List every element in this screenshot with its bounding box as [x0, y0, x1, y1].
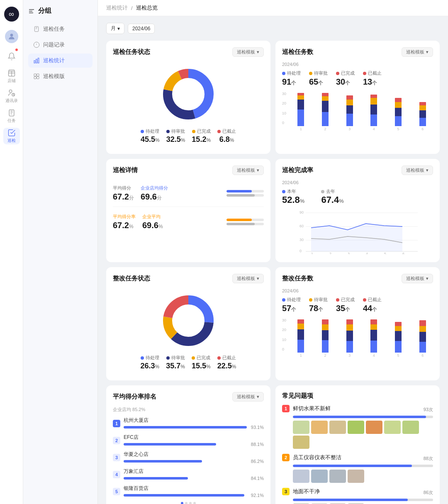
- ranking-action[interactable]: 巡检模板 ▾: [232, 392, 264, 402]
- date-filter[interactable]: 2024/06: [128, 24, 155, 34]
- sidebar-item-xunjian-tongji[interactable]: 巡检统计: [28, 54, 93, 68]
- issue-2-images: [293, 470, 433, 483]
- task-status-action[interactable]: 巡检模板 ▾: [232, 47, 264, 57]
- ranking-card: 平均得分率排名 巡检模板 ▾ 企业店均 85.2% 1 杭州大厦店: [106, 385, 270, 504]
- r-bar-group-4: 4: [363, 319, 385, 358]
- row3: 整改任务状态 巡检模板 ▾: [106, 267, 440, 380]
- period-label: 月: [111, 25, 116, 32]
- r-bar-group-5: 5: [388, 319, 409, 358]
- task-label: 任务: [7, 118, 16, 124]
- issue-1: 1 鲜切水果不新鲜 93次: [282, 405, 433, 449]
- legend-daichuli: 待处理 45.5%: [141, 128, 160, 144]
- xunjian-nav[interactable]: 巡检: [3, 128, 20, 144]
- issue-content-2: 员工仪容仪表不整洁 88次: [293, 454, 433, 483]
- avg-rate-metric: 平均得分率 67.2%: [113, 214, 136, 230]
- xunjian-label: 巡检: [7, 138, 16, 144]
- svg-rect-14: [37, 74, 39, 76]
- sidebar-item-wenti-jilu[interactable]: 问题记录: [28, 38, 93, 52]
- main-area: 巡检统计 / 巡检总览 月 ▾ 2024/06 巡检任务状态 巡检模板 ▾: [98, 0, 448, 504]
- line-chart: 90 60 30 0 1 2 3 4 5: [282, 209, 433, 256]
- issues-card: 常见问题项 1 鲜切水果不新鲜 93次: [275, 385, 440, 504]
- bar-groups: 1 2: [290, 98, 433, 131]
- issue-2: 2 员工仪容仪表不整洁 88次: [282, 454, 433, 483]
- completion-action[interactable]: 巡检模板 ▾: [402, 166, 433, 175]
- rank-item-3: 3 华夏之心店 86.2%: [113, 451, 264, 464]
- stat-daishenpi: 待审批 65个: [309, 70, 328, 87]
- svg-rect-4: [9, 110, 14, 116]
- dot-4: [193, 502, 196, 504]
- r-legend-yiwancheng: 已完成 15.5%: [192, 355, 211, 370]
- r-stat-yijiezhi: 已截止 44个: [363, 297, 382, 313]
- task-nav[interactable]: 任务: [3, 108, 20, 124]
- svg-text:0: 0: [299, 249, 302, 253]
- rectify-count-title: 整改任务数: [282, 275, 313, 282]
- rank-num-5: 5: [113, 488, 120, 495]
- contacts-nav[interactable]: 通讯录: [3, 88, 20, 105]
- svg-rect-10: [34, 61, 35, 63]
- filter-bar: 月 ▾ 2024/06: [106, 23, 440, 34]
- issue-3: 3 地面不干净 86次: [282, 488, 433, 504]
- dot-3: [189, 502, 192, 504]
- app-logo: ∞: [4, 7, 19, 22]
- r-stat-yiwancheng: 已完成 35个: [336, 297, 355, 313]
- bar-group-5: 5: [388, 93, 409, 131]
- breadcrumb-sep: /: [131, 5, 133, 11]
- svg-text:2: 2: [329, 252, 331, 254]
- detail-card: 巡检详情 巡检模板 ▾ 平均得分 67.2分 企业店均得分 69.6分: [106, 159, 270, 262]
- notification-icon[interactable]: [3, 48, 20, 65]
- breadcrumb: 巡检统计 / 巡检总览: [98, 0, 448, 16]
- legend-daishenpi: 待审批 32.5%: [166, 128, 185, 144]
- user-avatar[interactable]: [3, 28, 20, 45]
- svg-text:90: 90: [299, 210, 304, 214]
- breadcrumb-parent: 巡检统计: [106, 4, 128, 12]
- rectify-count-action[interactable]: 巡检模板 ▾: [402, 274, 433, 283]
- issues-title: 常见问题项: [282, 392, 313, 400]
- sidebar-item-xunjian-task[interactable]: 巡检任务: [28, 22, 93, 36]
- svg-point-2: [9, 90, 12, 93]
- ent-avg-metric: 企业平均 69.6%: [142, 214, 163, 230]
- task-count-header: 巡检任务数 巡检模板 ▾: [282, 47, 433, 57]
- issue-1-images: [293, 421, 433, 449]
- svg-text:5: 5: [384, 252, 386, 254]
- task-count-action[interactable]: 巡检模板 ▾: [402, 47, 433, 57]
- rectify-donut-legend: 待处理 26.3% 待审批 35.7% 已完成 15.5% 已截止: [141, 355, 236, 370]
- rectify-count-header: 整改任务数 巡检模板 ▾: [282, 274, 433, 283]
- rectify-status-action[interactable]: 巡检模板 ▾: [232, 274, 264, 283]
- task-count-stats: 待处理 91个 待审批 65个 已完成 30个 已截止 13个: [282, 70, 433, 87]
- date-value: 2024/06: [132, 26, 150, 32]
- svg-marker-36: [311, 224, 402, 251]
- rank-bar-5: 银隆百货店 92.1%: [124, 485, 264, 498]
- ranking-title: 平均得分率排名: [113, 393, 156, 401]
- r-legend-yijiezhi: 已截止 22.5%: [217, 355, 236, 370]
- rank-bar-1: 杭州大厦店 93.1%: [124, 417, 264, 430]
- notification-badge: [15, 48, 18, 51]
- svg-point-21: [174, 80, 203, 109]
- detail-action[interactable]: 巡检模板 ▾: [232, 166, 264, 175]
- stat-daichuli: 待处理 91个: [282, 70, 301, 87]
- issues-header: 常见问题项: [282, 392, 433, 400]
- completion-card: 巡检完成率 巡检模板 ▾ 2024/06 本年 52.8%: [275, 159, 440, 262]
- contacts-label: 通讯录: [5, 98, 18, 104]
- rectify-count-date: 2024/06: [282, 288, 433, 293]
- bar-group-2: 2: [315, 93, 336, 131]
- dot-2: [185, 502, 187, 504]
- rank-num-2: 2: [113, 437, 120, 444]
- rank-bar-4: 万象汇店 84.1%: [124, 468, 264, 481]
- ent-score-metric: 企业店均得分 69.6分: [141, 185, 168, 202]
- store-label: 店铺: [7, 78, 16, 84]
- svg-rect-8: [34, 27, 38, 32]
- rank-item-2: 2 EFC店 88.1%: [113, 434, 264, 447]
- sidebar-item-xunjian-moban[interactable]: 巡检模版: [28, 69, 93, 83]
- bar-group-3: 3: [339, 93, 360, 131]
- period-select[interactable]: 月 ▾: [106, 23, 124, 34]
- score-compare-bars: [226, 190, 264, 197]
- detail-title: 巡检详情: [113, 166, 138, 174]
- task-status-donut: 待处理 45.5% 待审批 32.5% 已完成 15.2% 已截止: [113, 62, 264, 147]
- store-nav[interactable]: 店铺: [3, 68, 20, 85]
- svg-text:30: 30: [299, 238, 304, 242]
- ranking-subtitle: 企业店均 85.2%: [113, 407, 264, 413]
- row4: 平均得分率排名 巡检模板 ▾ 企业店均 85.2% 1 杭州大厦店: [106, 385, 440, 504]
- rank-bar-2: EFC店 88.1%: [124, 434, 264, 447]
- r-bar-group-2: 2: [315, 319, 336, 358]
- rank-item-1: 1 杭州大厦店 93.1%: [113, 417, 264, 430]
